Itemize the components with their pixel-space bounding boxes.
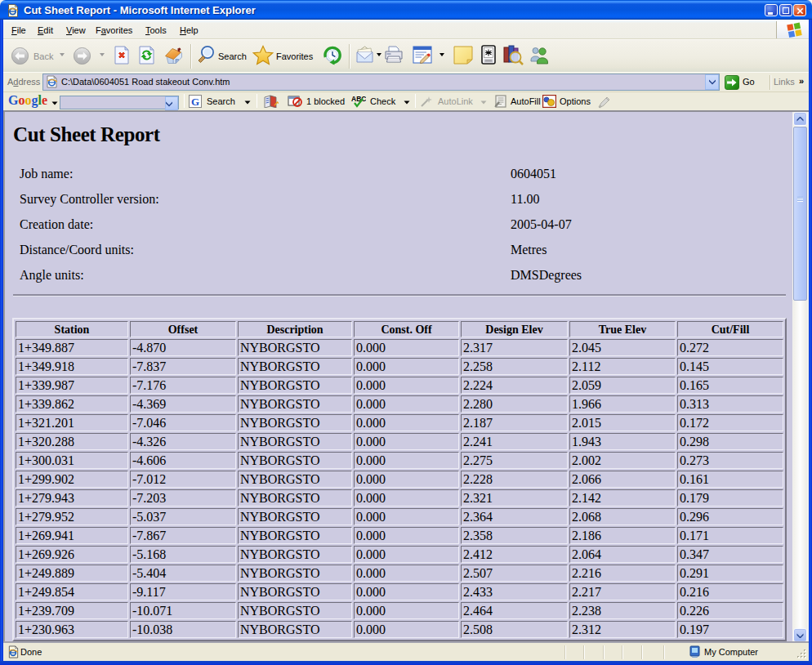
svg-text:ABC: ABC: [351, 95, 366, 103]
svg-text:G: G: [191, 96, 199, 108]
